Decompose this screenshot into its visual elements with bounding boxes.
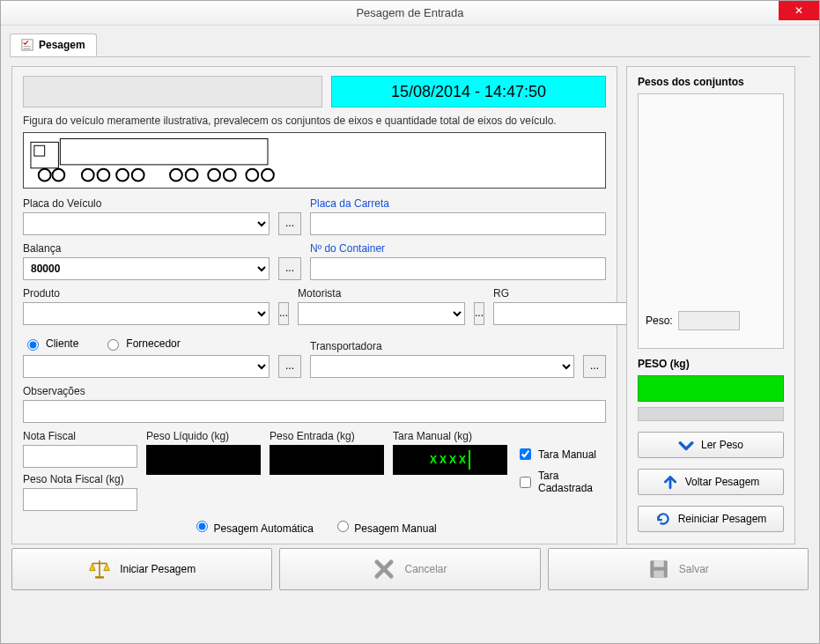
- transportadora-select[interactable]: [310, 355, 574, 378]
- transportadora-browse[interactable]: ...: [583, 355, 606, 378]
- balanca-select[interactable]: 80000: [23, 257, 270, 280]
- label-peso: Peso:: [646, 315, 673, 327]
- close-icon: ✕: [794, 4, 803, 17]
- svg-rect-5: [60, 138, 268, 164]
- produto-browse[interactable]: ...: [278, 302, 289, 325]
- svg-point-15: [224, 169, 236, 181]
- peso-entrada-display: [270, 445, 384, 475]
- iniciar-pesagem-button[interactable]: Iniciar Pesagem: [11, 548, 272, 590]
- ler-peso-button[interactable]: Ler Peso: [638, 432, 784, 458]
- tab-pesagem[interactable]: Pesagem: [10, 33, 97, 56]
- cancelar-button[interactable]: Cancelar: [279, 548, 540, 590]
- datetime-display: 15/08/2014 - 14:47:50: [331, 76, 606, 107]
- salvar-button[interactable]: Salvar: [548, 548, 809, 590]
- motorista-select[interactable]: [298, 302, 465, 325]
- voltar-pesagem-button[interactable]: Voltar Pesagem: [638, 469, 784, 495]
- rg-input[interactable]: [493, 302, 634, 325]
- main-panel: 15/08/2014 - 14:47:50 Figura do veículo …: [11, 66, 617, 544]
- label-num-container: Nº do Container: [310, 242, 606, 255]
- illustration-note: Figura do veículo meramente ilustrativa,…: [23, 115, 606, 127]
- tab-strip: Pesagem: [10, 33, 810, 57]
- label-observacoes: Observações: [23, 385, 606, 397]
- svg-rect-20: [95, 576, 104, 578]
- placa-veiculo-browse[interactable]: ...: [278, 212, 301, 235]
- svg-point-10: [116, 169, 129, 181]
- radio-cliente[interactable]: Cliente: [23, 337, 78, 351]
- svg-point-12: [170, 169, 182, 181]
- svg-rect-22: [654, 560, 663, 566]
- label-tara-manual: Tara Manual (kg): [393, 430, 507, 442]
- chk-tara-manual[interactable]: Tara Manual: [516, 446, 606, 463]
- label-peso-liquido: Peso Líquido (kg): [146, 430, 261, 442]
- truck-icon: [29, 135, 600, 184]
- reiniciar-pesagem-button[interactable]: Reiniciar Pesagem: [638, 506, 784, 532]
- peso-live-display: [638, 375, 784, 402]
- svg-point-14: [208, 169, 220, 181]
- tab-label: Pesagem: [39, 39, 85, 51]
- label-produto: Produto: [23, 287, 270, 300]
- label-nota-fiscal: Nota Fiscal: [23, 430, 137, 442]
- motorista-browse[interactable]: ...: [474, 302, 484, 325]
- svg-rect-23: [654, 571, 663, 578]
- check-down-icon: [678, 437, 694, 453]
- svg-point-8: [82, 169, 94, 181]
- svg-point-6: [39, 169, 51, 181]
- tara-manual-input[interactable]: XXXX: [393, 445, 507, 475]
- cliente-fornecedor-select[interactable]: [23, 355, 270, 378]
- produto-select[interactable]: [23, 302, 270, 325]
- vehicle-illustration: [23, 132, 606, 189]
- radio-pesagem-manual[interactable]: Pesagem Manual: [333, 518, 437, 535]
- label-rg: RG: [493, 287, 634, 300]
- footer: Iniciar Pesagem Cancelar Salvar: [1, 548, 819, 599]
- label-balanca: Balança: [23, 242, 270, 255]
- cancel-icon: [373, 558, 395, 581]
- num-container-input[interactable]: [310, 257, 606, 280]
- close-button[interactable]: ✕: [779, 1, 819, 20]
- conjuntos-box: Peso:: [638, 93, 784, 349]
- label-pesos-conjuntos: Pesos dos conjuntos: [638, 76, 784, 88]
- placa-veiculo-select[interactable]: [23, 212, 270, 235]
- label-placa-veiculo: Placa do Veículo: [23, 197, 270, 210]
- placa-carreta-input[interactable]: [310, 212, 606, 235]
- peso-nf-input[interactable]: [23, 488, 137, 511]
- checklist-icon: [21, 39, 33, 51]
- label-transportadora: Transportadora: [310, 340, 574, 352]
- arrow-up-icon: [662, 474, 678, 490]
- svg-point-13: [186, 169, 198, 181]
- balanca-browse[interactable]: ...: [278, 257, 301, 280]
- svg-point-17: [262, 169, 274, 181]
- radio-fornecedor[interactable]: Fornecedor: [103, 337, 180, 351]
- svg-point-7: [53, 169, 65, 181]
- peso-liquido-display: [146, 445, 261, 475]
- svg-rect-4: [34, 145, 45, 156]
- label-peso-kg: PESO (kg): [638, 358, 784, 370]
- svg-point-16: [246, 169, 258, 181]
- observacoes-input[interactable]: [23, 400, 606, 423]
- label-peso-nf: Peso Nota Fiscal (kg): [23, 473, 137, 485]
- titlebar: Pesagem de Entrada ✕: [1, 1, 819, 26]
- label-placa-carreta: Placa da Carreta: [310, 197, 606, 210]
- window: Pesagem de Entrada ✕ Pesagem 15/08/2014 …: [0, 0, 820, 644]
- side-panel: Pesos dos conjuntos Peso: PESO (kg) Ler …: [626, 66, 795, 544]
- label-motorista: Motorista: [298, 287, 465, 300]
- info-box: [23, 76, 322, 107]
- peso-progress: [638, 407, 784, 421]
- svg-point-11: [132, 169, 144, 181]
- chk-tara-cadastrada[interactable]: Tara Cadastrada: [516, 470, 606, 494]
- scale-icon: [88, 558, 111, 581]
- refresh-icon: [655, 511, 671, 527]
- radio-pesagem-auto[interactable]: Pesagem Automática: [192, 518, 314, 535]
- cliente-browse[interactable]: ...: [278, 355, 301, 378]
- svg-point-9: [98, 169, 110, 181]
- save-icon: [647, 558, 670, 581]
- peso-conjunto-value: [678, 311, 740, 330]
- window-title: Pesagem de Entrada: [356, 6, 463, 19]
- nota-fiscal-input[interactable]: [23, 445, 137, 468]
- label-peso-entrada: Peso Entrada (kg): [270, 430, 384, 442]
